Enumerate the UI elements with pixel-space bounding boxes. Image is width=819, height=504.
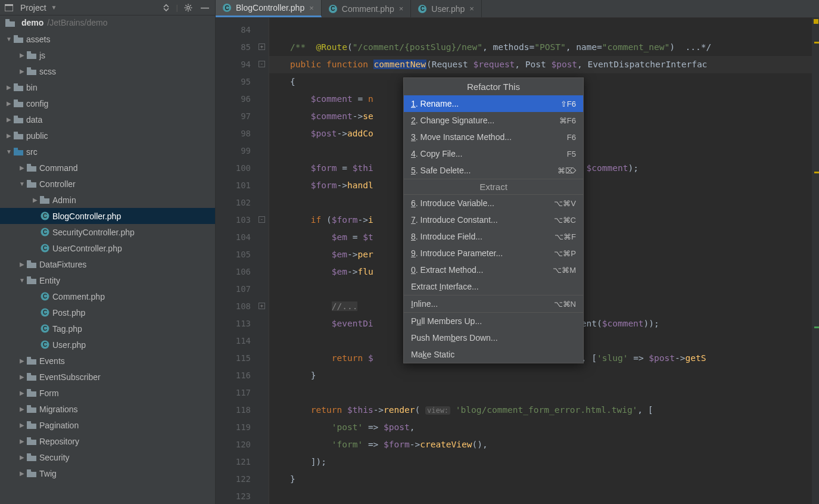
popup-item[interactable]: 4. Copy File...F5 bbox=[404, 145, 583, 162]
code-line[interactable]: ]); bbox=[269, 453, 812, 471]
tree-arrow-icon[interactable] bbox=[5, 116, 13, 123]
popup-item[interactable]: 3. Move Instance Method...F6 bbox=[404, 129, 583, 145]
tree-arrow-icon[interactable] bbox=[5, 36, 13, 42]
gutter-line[interactable]: 98 bbox=[216, 125, 269, 142]
gutter-line[interactable]: 97 bbox=[216, 108, 269, 125]
gutter-line[interactable]: 85+ bbox=[216, 39, 269, 56]
code-line[interactable]: 'post' => $post, bbox=[269, 419, 812, 436]
project-panel-title[interactable]: Project bbox=[20, 3, 46, 13]
editor-tab[interactable]: CBlogController.php× bbox=[216, 0, 322, 17]
tree-folder[interactable]: Admin bbox=[0, 192, 215, 208]
tree-file[interactable]: CComment.php bbox=[0, 288, 215, 304]
gutter-line[interactable]: 103- bbox=[216, 211, 269, 229]
tree-arrow-icon[interactable] bbox=[5, 132, 13, 139]
close-icon[interactable]: × bbox=[469, 4, 474, 13]
tree-folder[interactable]: js bbox=[0, 47, 215, 63]
gutter-line[interactable]: 114 bbox=[216, 332, 269, 350]
popup-item[interactable]: Push Members Down... bbox=[404, 329, 583, 346]
fold-icon[interactable] bbox=[259, 389, 265, 396]
gear-icon[interactable] bbox=[182, 4, 195, 12]
tree-folder[interactable]: Pagination bbox=[0, 417, 215, 433]
tree-folder[interactable]: Command bbox=[0, 160, 215, 176]
gutter-line[interactable]: 108+ bbox=[216, 298, 269, 315]
tree-folder[interactable]: Form bbox=[0, 385, 215, 401]
tree-folder[interactable]: Security bbox=[0, 449, 215, 465]
gutter-line[interactable]: 105 bbox=[216, 246, 269, 263]
tree-folder[interactable]: Entity bbox=[0, 272, 215, 288]
tree-arrow-icon[interactable] bbox=[5, 148, 13, 155]
gutter-line[interactable]: 122 bbox=[216, 471, 269, 488]
tree-arrow-icon[interactable] bbox=[18, 406, 26, 412]
strip-mark[interactable] bbox=[814, 42, 819, 43]
strip-mark[interactable] bbox=[814, 172, 819, 173]
tree-file[interactable]: CSecurityController.php bbox=[0, 224, 215, 240]
popup-item[interactable]: 0. Extract Method...⌥⌘M bbox=[404, 262, 583, 278]
tree-folder[interactable]: Controller bbox=[0, 176, 215, 192]
breadcrumb[interactable]: demo /JetBrains/demo bbox=[0, 15, 215, 30]
gutter-line[interactable]: 106 bbox=[216, 263, 269, 281]
tree-file[interactable]: CBlogController.php bbox=[0, 208, 215, 224]
popup-item[interactable]: Pull Members Up... bbox=[404, 313, 583, 329]
tree-arrow-icon[interactable] bbox=[18, 181, 26, 187]
project-tree[interactable]: assetsjsscssbinconfigdatapublicsrcComman… bbox=[0, 30, 215, 504]
gutter-line[interactable]: 104 bbox=[216, 229, 269, 246]
code-line[interactable]: } bbox=[269, 471, 812, 488]
tree-arrow-icon[interactable] bbox=[18, 277, 26, 284]
popup-item[interactable]: Make Static bbox=[404, 346, 583, 363]
gutter-line[interactable]: 100 bbox=[216, 160, 269, 177]
fold-icon[interactable]: + bbox=[259, 43, 265, 50]
code-line[interactable]: return $this->render( view: 'blog/commen… bbox=[269, 402, 812, 419]
tree-arrow-icon[interactable] bbox=[18, 422, 26, 428]
gutter-line[interactable]: 94- bbox=[216, 56, 269, 73]
tree-folder[interactable]: Repository bbox=[0, 433, 215, 449]
tree-arrow-icon[interactable] bbox=[18, 374, 26, 380]
tree-arrow-icon[interactable] bbox=[18, 454, 26, 461]
tree-folder[interactable]: bin bbox=[0, 79, 215, 95]
chevron-down-icon[interactable]: ▼ bbox=[51, 4, 57, 11]
gutter-line[interactable]: 119 bbox=[216, 419, 269, 436]
gutter-line[interactable]: 120 bbox=[216, 436, 269, 453]
tree-arrow-icon[interactable] bbox=[31, 197, 39, 203]
popup-item[interactable]: 8. Introduce Field...⌥⌘F bbox=[404, 228, 583, 245]
minimize-icon[interactable]: — bbox=[198, 3, 211, 13]
code-line[interactable]: public function commentNew(Request $requ… bbox=[269, 56, 812, 73]
fold-icon[interactable]: - bbox=[259, 61, 265, 67]
tree-folder[interactable]: public bbox=[0, 127, 215, 144]
code-line[interactable] bbox=[269, 488, 812, 504]
gutter-line[interactable]: 99 bbox=[216, 142, 269, 160]
tree-folder[interactable]: Events bbox=[0, 353, 215, 369]
strip-mark[interactable] bbox=[814, 326, 819, 328]
expand-all-icon[interactable] bbox=[160, 4, 173, 12]
code-line[interactable] bbox=[269, 384, 812, 402]
gutter-line[interactable]: 107 bbox=[216, 281, 269, 298]
close-icon[interactable]: × bbox=[309, 4, 314, 13]
error-strip[interactable] bbox=[812, 18, 819, 504]
tree-folder[interactable]: scss bbox=[0, 63, 215, 79]
tree-arrow-icon[interactable] bbox=[18, 164, 26, 171]
code-line[interactable] bbox=[269, 21, 812, 39]
tree-arrow-icon[interactable] bbox=[18, 390, 26, 396]
tree-file[interactable]: CUser.php bbox=[0, 337, 215, 353]
tree-arrow-icon[interactable] bbox=[5, 84, 13, 91]
gutter-line[interactable]: 84 bbox=[216, 21, 269, 39]
tree-folder[interactable]: config bbox=[0, 95, 215, 111]
code-line[interactable]: 'form' => $form->createView(), bbox=[269, 436, 812, 453]
fold-icon[interactable] bbox=[259, 406, 265, 413]
tree-folder[interactable]: EventSubscriber bbox=[0, 369, 215, 385]
tree-folder[interactable]: src bbox=[0, 144, 215, 160]
popup-item[interactable]: Extract Interface... bbox=[404, 278, 583, 295]
code-editor[interactable]: 8485+94-9596979899100101102103-104105106… bbox=[216, 18, 819, 504]
gutter-line[interactable]: 102 bbox=[216, 194, 269, 211]
tree-folder[interactable]: Twig bbox=[0, 465, 215, 481]
analysis-indicator-icon[interactable] bbox=[814, 19, 818, 24]
tree-arrow-icon[interactable] bbox=[18, 52, 26, 58]
fold-icon[interactable]: - bbox=[259, 216, 265, 223]
tree-folder[interactable]: data bbox=[0, 111, 215, 127]
tree-folder[interactable]: DataFixtures bbox=[0, 256, 215, 272]
gutter-line[interactable]: 117 bbox=[216, 384, 269, 402]
gutter-line[interactable]: 115 bbox=[216, 350, 269, 367]
tree-file[interactable]: CUserController.php bbox=[0, 240, 215, 256]
tree-arrow-icon[interactable] bbox=[18, 68, 26, 74]
gutter-line[interactable]: 118 bbox=[216, 402, 269, 419]
tree-arrow-icon[interactable] bbox=[18, 357, 26, 364]
